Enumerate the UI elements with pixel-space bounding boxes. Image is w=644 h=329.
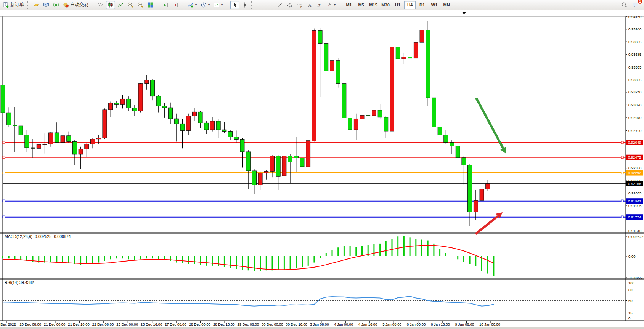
candle-up[interactable] — [43, 144, 47, 145]
candle-down[interactable] — [55, 133, 59, 143]
candle-up[interactable] — [390, 47, 394, 131]
candle-up[interactable] — [420, 30, 424, 42]
candle-down[interactable] — [246, 152, 251, 171]
candle-up[interactable] — [354, 119, 358, 130]
line-handle[interactable] — [3, 141, 5, 144]
candle-up[interactable] — [258, 173, 262, 185]
candle-down[interactable] — [432, 98, 436, 127]
cursor-tool-button[interactable] — [230, 1, 239, 9]
candle-down[interactable] — [132, 108, 137, 111]
dropdown-caret-icon[interactable]: ▾ — [221, 3, 223, 6]
candle-up[interactable] — [109, 103, 113, 110]
candle-down[interactable] — [252, 171, 256, 185]
candle-up[interactable] — [414, 42, 418, 58]
timeframe-m15-button[interactable]: M15 — [368, 1, 379, 9]
timeframe-m1-button[interactable]: M1 — [343, 1, 355, 9]
line-handle[interactable] — [621, 200, 623, 202]
candle-down[interactable] — [426, 30, 430, 98]
line-handle[interactable] — [621, 172, 623, 174]
candle-up[interactable] — [145, 80, 149, 83]
candle-down[interactable] — [456, 146, 460, 158]
line-handle[interactable] — [3, 200, 5, 202]
candle-down[interactable] — [19, 126, 23, 135]
label-tool-button[interactable]: T — [315, 1, 324, 9]
fibonacci-tool-button[interactable]: F — [295, 1, 304, 9]
candle-down[interactable] — [13, 125, 17, 126]
candle-down[interactable] — [450, 143, 454, 146]
vline-tool-button[interactable] — [255, 1, 265, 9]
candle-up[interactable] — [264, 171, 268, 173]
candle-down[interactable] — [156, 96, 161, 106]
candle-up[interactable] — [186, 116, 191, 130]
dropdown-caret-icon[interactable]: ▾ — [334, 3, 336, 6]
zoom-out-button[interactable] — [136, 1, 145, 9]
tile-windows-button[interactable] — [146, 1, 155, 9]
candle-down[interactable] — [276, 156, 280, 177]
search-button[interactable] — [620, 1, 629, 9]
candle-down[interactable] — [169, 108, 173, 119]
candle-down[interactable] — [72, 141, 77, 154]
candle-down[interactable] — [378, 110, 382, 117]
time-axis[interactable]: 19 Dec 202220 Dec 08:0021 Dec 00:0021 De… — [0, 321, 644, 329]
candle-down[interactable] — [114, 103, 119, 104]
candle-down[interactable] — [204, 123, 209, 130]
history-center-button[interactable] — [32, 1, 41, 9]
zoom-in-button[interactable] — [126, 1, 135, 9]
candle-down[interactable] — [438, 127, 442, 135]
line-chart-mode-button[interactable] — [116, 1, 125, 9]
candle-down[interactable] — [342, 84, 346, 118]
timeframe-m30-button[interactable]: M30 — [380, 1, 391, 9]
candle-up[interactable] — [282, 156, 286, 176]
timeframe-mn-button[interactable]: MN — [441, 1, 452, 9]
candle-up[interactable] — [120, 99, 125, 104]
dropdown-caret-icon[interactable]: ▾ — [195, 3, 197, 6]
line-handle[interactable] — [3, 172, 5, 174]
candle-up[interactable] — [91, 139, 95, 144]
timeframe-d1-button[interactable]: D1 — [416, 1, 428, 9]
signals-button[interactable] — [51, 1, 61, 9]
candle-down[interactable] — [300, 158, 304, 167]
price-chart[interactable]: 0.941300.939800.938350.936850.935350.933… — [0, 10, 644, 329]
timeframe-w1-button[interactable]: W1 — [429, 1, 440, 9]
line-handle[interactable] — [3, 156, 5, 159]
candle-down[interactable] — [1, 85, 5, 113]
candle-up[interactable] — [192, 112, 196, 116]
candle-down[interactable] — [324, 44, 328, 71]
candle-down[interactable] — [228, 131, 233, 137]
candle-down[interactable] — [396, 47, 400, 59]
candle-down[interactable] — [7, 113, 11, 125]
candle-down[interactable] — [462, 158, 466, 165]
candle-down[interactable] — [294, 156, 298, 158]
candle-down[interactable] — [25, 135, 29, 148]
candle-down[interactable] — [318, 30, 322, 43]
line-handle[interactable] — [621, 156, 623, 159]
candle-down[interactable] — [198, 112, 202, 123]
candle-up[interactable] — [330, 61, 334, 71]
candle-up[interactable] — [480, 189, 484, 200]
candle-up[interactable] — [474, 200, 478, 212]
periods-button[interactable]: ▾ — [199, 1, 211, 9]
auto-scroll-button[interactable] — [161, 1, 170, 9]
candle-down[interactable] — [336, 61, 340, 84]
candle-up[interactable] — [96, 138, 101, 139]
indicators-button[interactable]: ▾ — [186, 1, 198, 9]
candle-up[interactable] — [360, 115, 364, 119]
candle-down[interactable] — [222, 130, 226, 131]
autotrade-button[interactable]: 自动交易 — [61, 1, 90, 9]
candle-down[interactable] — [408, 57, 412, 58]
candle-up[interactable] — [85, 144, 89, 149]
candle-up[interactable] — [306, 141, 310, 167]
line-handle[interactable] — [621, 141, 623, 144]
timeframe-h1-button[interactable]: H1 — [392, 1, 403, 9]
candle-up[interactable] — [486, 184, 490, 189]
candle-down[interactable] — [216, 121, 220, 130]
candle-down[interactable] — [366, 115, 370, 116]
candle-down[interactable] — [348, 118, 352, 130]
candle-up[interactable] — [103, 110, 107, 138]
candle-down[interactable] — [468, 165, 472, 212]
candle-down[interactable] — [180, 124, 185, 130]
candle-down[interactable] — [240, 139, 244, 152]
channel-tool-button[interactable]: E — [285, 1, 294, 9]
candle-up[interactable] — [61, 136, 65, 143]
candle-down[interactable] — [162, 106, 167, 108]
